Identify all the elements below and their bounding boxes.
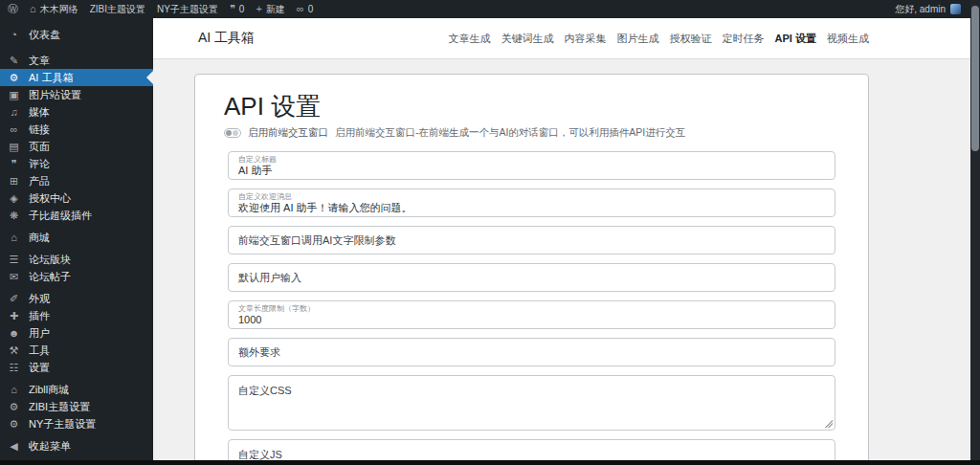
field-default-user-input[interactable]: 默认用户输入 (228, 263, 835, 292)
sidebar-item-label: 页面 (29, 140, 50, 154)
sidebar-item-label: 论坛版块 (29, 253, 71, 267)
comment-icon: ❞ (8, 159, 20, 169)
plugin-gear-icon: ❋ (8, 210, 20, 221)
field-value: AI 助手 (238, 165, 825, 177)
comments-count: 0 (239, 4, 245, 14)
sidebar-item-label: 设置 (29, 361, 50, 375)
sidebar-item-posts[interactable]: ✎ 文章 (0, 52, 153, 69)
gear-icon: ⚙ (8, 402, 20, 412)
link-icon: ∞ (8, 124, 20, 135)
new-content-button[interactable]: + 新建 (256, 3, 284, 16)
wordpress-logo-glyph: Ⓦ (8, 4, 18, 14)
sidebar-item-license-center[interactable]: ◈ 授权中心 (0, 189, 153, 207)
sidebar-item-zibll-shop[interactable]: ⌂ Zibll商城 (0, 381, 153, 398)
sidebar-item-label: 评论 (29, 157, 50, 171)
api-settings-panel: API 设置 启用前端交互窗口 启用前端交互窗口-在前端生成一个与AI的对话窗口… (194, 74, 869, 465)
field-custom-css[interactable]: 自定义CSS (228, 375, 835, 431)
plugin-icon: ✚ (8, 311, 20, 321)
adminbar-zibi-theme-link[interactable]: ZIBI主题设置 (90, 3, 145, 16)
sidebar-item-ai-toolbox[interactable]: ⚙ AI 工具箱 (0, 69, 153, 86)
tab-video-generation[interactable]: 视频生成 (827, 32, 869, 46)
sidebar-item-label: 商城 (29, 231, 50, 245)
sidebar-item-comments[interactable]: ❞ 评论 (0, 155, 153, 172)
tab-scheduled-tasks[interactable]: 定时任务 (723, 32, 765, 46)
settings-icon: ☷ (8, 363, 20, 373)
image-icon: ▣ (8, 90, 20, 100)
link-count: 0 (308, 4, 314, 14)
tab-keyword-generation[interactable]: 关键词生成 (501, 32, 554, 46)
field-article-length-limit[interactable]: 文章长度限制（字数） 1000 (228, 300, 835, 329)
sidebar-item-appearance[interactable]: ✐ 外观 (0, 290, 153, 307)
field-welcome-message[interactable]: 自定义欢迎消息 欢迎使用 AI 助手！请输入您的问题。 (228, 188, 835, 217)
sidebar-item-label: 链接 (29, 122, 50, 137)
tools-icon: ⚒ (8, 345, 20, 356)
sidebar-item-label: 文章 (29, 54, 50, 68)
sidebar-item-label: 外观 (29, 292, 50, 306)
sidebar-item-label: 用户 (29, 326, 50, 341)
sidebar-item-users[interactable]: ☻ 用户 (0, 324, 153, 342)
plus-icon: + (256, 4, 261, 14)
toggle-switch[interactable] (224, 128, 241, 138)
window-scrollbar[interactable] (970, 0, 980, 465)
forum-icon: ☰ (8, 255, 20, 265)
sidebar-item-forum-sections[interactable]: ☰ 论坛版块 (0, 251, 153, 268)
sidebar-item-zibi-super-plugin[interactable]: ❋ 子比超级插件 (0, 207, 153, 224)
page-icon: ▤ (8, 142, 20, 152)
user-icon: ☻ (8, 328, 20, 339)
sidebar-item-products[interactable]: ⊞ 产品 (0, 172, 153, 189)
new-label: 新建 (266, 3, 285, 16)
main-content: AI 工具箱 文章生成 关键词生成 内容采集 图片生成 授权验证 定时任务 AP… (153, 18, 970, 465)
sidebar-item-shop[interactable]: ⌂ 商城 (0, 229, 153, 246)
sidebar-item-tools[interactable]: ⚒ 工具 (0, 342, 153, 359)
cart-icon: ⊞ (8, 176, 20, 187)
sidebar-item-plugins[interactable]: ✚ 插件 (0, 307, 153, 324)
my-account-link[interactable]: 您好, admin (895, 3, 946, 16)
sidebar-item-ny-child-theme-settings[interactable]: ⚙ NY子主题设置 (0, 415, 153, 432)
field-label: 自定义标题 (238, 155, 825, 165)
scrollbar-thumb[interactable] (971, 6, 979, 151)
sidebar-item-image-site-settings[interactable]: ▣ 图片站设置 (0, 86, 153, 103)
comments-shortcut[interactable]: ❞ 0 (230, 4, 244, 14)
field-label: 自定义欢迎消息 (238, 192, 825, 202)
sidebar-item-collapse-menu[interactable]: ◀ 收起菜单 (0, 437, 153, 454)
cart-icon: ⌂ (8, 385, 20, 395)
sidebar-item-zibi-theme-settings[interactable]: ⚙ ZIBI主题设置 (0, 398, 153, 415)
resize-handle-icon[interactable] (824, 419, 833, 428)
field-custom-title[interactable]: 自定义标题 AI 助手 (228, 151, 835, 180)
sidebar-item-label: Zibll商城 (29, 383, 69, 397)
comment-icon: ❞ (230, 4, 235, 14)
wordpress-logo-icon[interactable]: Ⓦ (8, 4, 18, 14)
page-header: AI 工具箱 文章生成 关键词生成 内容采集 图片生成 授权验证 定时任务 AP… (153, 18, 970, 59)
store-icon: ⌂ (8, 232, 20, 243)
field-ai-text-limit[interactable]: 前端交互窗口调用AI文字限制参数 (228, 226, 835, 255)
dashboard-icon: ◔ (8, 30, 20, 40)
field-placeholder: 前端交互窗口调用AI文字限制参数 (238, 233, 395, 248)
collapse-icon: ◀ (8, 441, 20, 452)
adminbar-ny-theme-link[interactable]: NY子主题设置 (157, 3, 218, 16)
tab-image-generation[interactable]: 图片生成 (617, 32, 659, 46)
tab-license-verification[interactable]: 授权验证 (670, 32, 712, 46)
zibi-theme-label: ZIBI主题设置 (90, 3, 145, 16)
tab-api-settings[interactable]: API 设置 (775, 32, 816, 46)
sidebar-item-links[interactable]: ∞ 链接 (0, 121, 153, 138)
toggle-description: 启用前端交互窗口-在前端生成一个与AI的对话窗口，可以利用插件API进行交互 (335, 126, 685, 138)
avatar[interactable] (950, 4, 961, 14)
sidebar-item-settings[interactable]: ☷ 设置 (0, 359, 153, 376)
tab-content-collection[interactable]: 内容采集 (565, 32, 607, 46)
sidebar-item-forum-posts[interactable]: ✉ 论坛帖子 (0, 268, 153, 285)
forum-post-icon: ✉ (8, 272, 20, 282)
tab-article-generation[interactable]: 文章生成 (449, 32, 491, 46)
sidebar-item-media[interactable]: ♫ 媒体 (0, 103, 153, 121)
site-home-link[interactable]: ⌂ 木木网络 (30, 3, 78, 16)
ny-theme-label: NY子主题设置 (157, 3, 218, 16)
field-label: 文章长度限制（字数） (238, 304, 825, 314)
panel-title: API 设置 (224, 92, 835, 121)
gear-icon: ⚙ (8, 419, 20, 430)
field-extra-requirements[interactable]: 额外要求 (228, 338, 835, 366)
field-value: 欢迎使用 AI 助手！请输入您的问题。 (238, 202, 825, 214)
home-icon: ⌂ (30, 4, 36, 14)
sidebar-item-pages[interactable]: ▤ 页面 (0, 138, 153, 155)
link-checker-shortcut[interactable]: ∞ 0 (297, 4, 313, 14)
sidebar-item-label: NY子主题设置 (29, 417, 96, 432)
sidebar-item-dashboard[interactable]: ◔ 仪表盘 (0, 26, 153, 43)
